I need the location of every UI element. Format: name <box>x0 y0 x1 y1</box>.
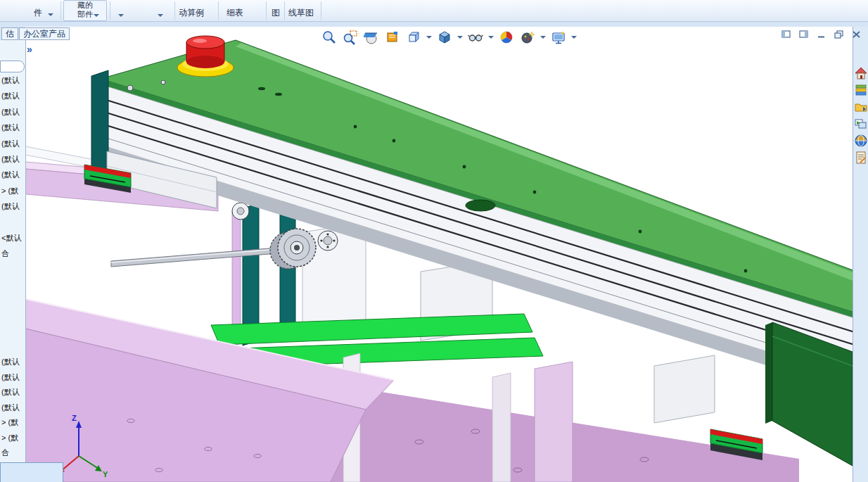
custom-properties-button[interactable] <box>854 151 868 165</box>
tree-item[interactable]: (默认 <box>1 120 20 135</box>
design-library-icon <box>854 83 868 97</box>
home-icon <box>854 66 868 80</box>
tab-office-products[interactable]: 办公室产品 <box>19 27 70 40</box>
view-palette-button[interactable] <box>854 117 868 131</box>
tree-item[interactable]: (默认 <box>1 88 20 103</box>
toolbar-item-explode-line-sketch[interactable]: 线草图 <box>288 7 314 19</box>
toolbar-separator <box>218 1 219 20</box>
tree-item[interactable]: > (默 <box>1 183 20 198</box>
section-view-icon <box>364 30 379 45</box>
toolbar-label-line1: 藏的 <box>64 1 106 10</box>
application-window: 件 藏的 部件 动算例 细表 图 线草图 <box>0 0 868 482</box>
feature-tree-top: (默认 (默认 (默认 (默认 (默认 (默认 (默认 > (默 (默认 <box>1 72 20 215</box>
edit-appearance-button[interactable] <box>497 28 516 46</box>
minimize-button[interactable] <box>816 30 827 39</box>
collapse-left-button[interactable] <box>781 30 792 39</box>
tree-item[interactable]: <默认 <box>1 230 21 246</box>
feature-tree-bottom: (默认 (默认 (默认 (默认 > (默 > (默 合 <box>1 355 20 461</box>
view-orientation-button[interactable] <box>404 28 423 46</box>
tree-item[interactable]: (默认 <box>1 198 20 214</box>
tree-item[interactable]: (默认 <box>1 167 20 182</box>
tree-item[interactable]: (默认 <box>1 400 20 416</box>
tree-item[interactable]: (默认 <box>1 104 20 120</box>
command-manager-toolbar: 件 藏的 部件 动算例 细表 图 线草图 <box>0 0 868 22</box>
tree-item[interactable]: 合 <box>1 246 21 261</box>
view-orientation-icon <box>406 30 421 45</box>
tree-item[interactable]: (默认 <box>1 151 20 167</box>
dropdown-chevron-icon[interactable] <box>488 36 494 39</box>
tree-item[interactable]: (默认 <box>1 385 20 400</box>
bottom-left-panel-fragment <box>0 462 63 482</box>
toolbar-item-component[interactable]: 件 <box>34 7 42 19</box>
tab-evaluate[interactable]: 估 <box>1 27 18 40</box>
toolbar-separator <box>266 1 267 20</box>
graphics-area[interactable]: Z X Y <box>25 27 853 482</box>
tree-item[interactable]: (默认 <box>1 136 20 151</box>
toolbar-hide-show-components-button[interactable]: 藏的 部件 <box>63 0 107 21</box>
tree-item[interactable]: (默认 <box>1 355 20 370</box>
zoom-area-icon <box>343 30 358 45</box>
toolbar-separator <box>110 1 110 20</box>
toolbar-label-line2: 部件 <box>64 10 106 19</box>
tree-item[interactable]: (默认 <box>1 370 20 386</box>
feature-tree-mid: <默认 合 <box>1 230 21 262</box>
panel-expand-button[interactable]: » <box>27 44 32 55</box>
tree-item[interactable]: 合 <box>1 445 20 461</box>
folder-icon <box>854 100 868 114</box>
dropdown-chevron-icon[interactable] <box>48 13 53 16</box>
task-pane <box>853 27 868 482</box>
dropdown-chevron-icon[interactable] <box>118 14 124 17</box>
toolbar-separator <box>284 1 285 20</box>
appearances-scenes-button[interactable] <box>854 134 868 148</box>
view-settings-icon <box>551 30 566 45</box>
view-settings-button[interactable] <box>549 28 568 46</box>
toolbar-item-exploded-view[interactable]: 图 <box>272 7 280 19</box>
minimize-icon <box>817 30 826 39</box>
tree-item[interactable]: (默认 <box>1 72 20 88</box>
tree-item[interactable]: > (默 <box>1 431 20 446</box>
close-button[interactable] <box>851 30 862 39</box>
zoom-fit-button[interactable] <box>320 28 338 46</box>
triad-z-label: Z <box>72 414 77 422</box>
restore-icon <box>834 30 844 39</box>
toolbar-separator <box>321 1 321 20</box>
3d-model-view: Z X Y <box>25 27 853 482</box>
display-style-button[interactable] <box>435 28 454 46</box>
bearing-flange-2[interactable] <box>318 231 338 250</box>
restore-button[interactable] <box>834 30 845 39</box>
appearances-globe-icon <box>854 134 868 148</box>
collapse-left-icon <box>781 30 791 39</box>
tree-root-pill[interactable] <box>0 61 25 72</box>
dropdown-chevron-icon[interactable] <box>158 14 163 17</box>
dropdown-chevron-icon[interactable] <box>540 36 546 39</box>
file-explorer-button[interactable] <box>854 100 868 114</box>
zoom-area-button[interactable] <box>341 28 359 46</box>
tree-item[interactable]: > (默 <box>1 415 20 431</box>
dropdown-chevron-icon[interactable] <box>94 14 99 17</box>
toolbar-item-bom[interactable]: 细表 <box>226 7 243 19</box>
toolbar-separator <box>60 1 61 20</box>
custom-properties-icon <box>854 151 868 165</box>
dropdown-chevron-icon[interactable] <box>571 36 577 39</box>
edit-appearance-icon <box>499 30 514 45</box>
collapse-right-icon <box>799 30 809 39</box>
view-palette-icon <box>854 117 868 131</box>
apply-scene-icon <box>520 30 535 45</box>
drive-shaft[interactable] <box>111 247 287 267</box>
apply-scene-button[interactable] <box>518 28 537 46</box>
triad-y-label: Y <box>103 470 108 478</box>
window-controls <box>781 30 862 39</box>
dropdown-chevron-icon[interactable] <box>426 36 432 39</box>
collapse-right-button[interactable] <box>798 30 810 39</box>
toolbar-item-motion-study[interactable]: 动算例 <box>179 7 204 19</box>
dropdown-chevron-icon[interactable] <box>457 36 463 39</box>
display-style-icon <box>437 30 452 45</box>
hide-show-items-button[interactable] <box>466 28 485 46</box>
section-view-button[interactable] <box>362 28 381 46</box>
teal-end-plate[interactable] <box>91 70 108 173</box>
zoom-fit-icon <box>321 30 337 45</box>
design-library-button[interactable] <box>854 83 868 97</box>
resources-home-button[interactable] <box>854 66 868 80</box>
close-icon <box>852 30 862 39</box>
annotation-view-button[interactable] <box>383 28 402 46</box>
